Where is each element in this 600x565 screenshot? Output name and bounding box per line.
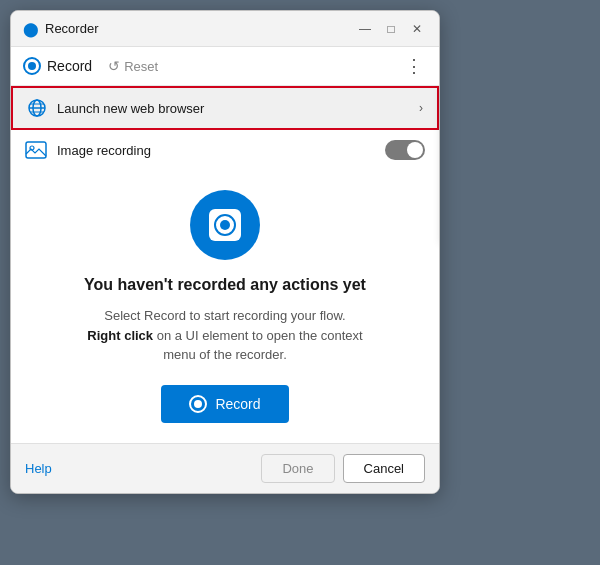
title-bar: ⬤ Recorder — □ ✕: [11, 11, 439, 47]
options-section: Launch new web browser › Mi: [11, 86, 439, 170]
graphic-circle: ✦ ✦: [190, 190, 260, 260]
launch-browser-left: Launch new web browser: [27, 98, 204, 118]
launch-browser-row-wrapper: Launch new web browser › Mi: [11, 86, 439, 130]
globe-icon: [27, 98, 47, 118]
browser-dropdown: Microsoft Edge Chrome: [439, 86, 440, 242]
main-subtext: Select Record to start recording your fl…: [85, 306, 365, 365]
launch-browser-item[interactable]: Launch new web browser ›: [11, 86, 439, 130]
record-dot: [28, 62, 36, 70]
toolbar: Record ↺ Reset ⋮: [11, 47, 439, 86]
image-recording-left: Image recording: [25, 141, 151, 159]
reset-button[interactable]: ↺ Reset: [108, 58, 158, 74]
sparkle-right: ✦: [248, 192, 256, 203]
footer: Help Done Cancel: [11, 443, 439, 493]
image-recording-icon: [25, 141, 47, 159]
cancel-button[interactable]: Cancel: [343, 454, 425, 483]
launch-browser-label: Launch new web browser: [57, 101, 204, 116]
window-icon: ⬤: [23, 21, 39, 37]
sparkle-left: ✦: [194, 192, 202, 203]
maximize-button[interactable]: □: [381, 19, 401, 39]
title-bar-left: ⬤ Recorder: [23, 21, 98, 37]
content-area: Launch new web browser › Mi: [11, 86, 439, 443]
window-title: Recorder: [45, 21, 98, 36]
help-link[interactable]: Help: [25, 461, 52, 476]
subtext-bold: Right click: [87, 328, 153, 343]
main-content: ✦ ✦ You haven't recorded any actions yet…: [11, 170, 439, 443]
record-toolbar-button[interactable]: Record: [23, 57, 92, 75]
done-button[interactable]: Done: [261, 454, 334, 483]
record-btn-icon: [189, 395, 207, 413]
record-label: Record: [47, 58, 92, 74]
record-btn-dot: [194, 400, 202, 408]
recorder-graphic: ✦ ✦: [180, 190, 270, 260]
graphic-dot-ring: [214, 214, 236, 236]
record-action-button[interactable]: Record: [161, 385, 288, 423]
svg-rect-25: [26, 142, 46, 158]
more-options-button[interactable]: ⋮: [401, 55, 427, 77]
footer-buttons: Done Cancel: [261, 454, 425, 483]
record-action-label: Record: [215, 396, 260, 412]
subtext-line1: Select Record to start recording your fl…: [104, 308, 345, 323]
graphic-inner: [209, 209, 241, 241]
toolbar-left: Record ↺ Reset: [23, 57, 158, 75]
record-icon: [23, 57, 41, 75]
chevron-right-icon: ›: [419, 101, 423, 115]
image-recording-item: Image recording: [11, 130, 439, 170]
subtext-line2: on a UI element to open the context menu…: [153, 328, 363, 363]
graphic-dot-center: [220, 220, 230, 230]
reset-icon: ↺: [108, 58, 120, 74]
reset-label: Reset: [124, 59, 158, 74]
toggle-thumb: [407, 142, 423, 158]
close-button[interactable]: ✕: [407, 19, 427, 39]
image-recording-label: Image recording: [57, 143, 151, 158]
recorder-window: ⬤ Recorder — □ ✕ Record ↺ Reset ⋮: [10, 10, 440, 494]
image-recording-toggle[interactable]: [385, 140, 425, 160]
main-headline: You haven't recorded any actions yet: [84, 276, 366, 294]
title-bar-controls: — □ ✕: [355, 19, 427, 39]
minimize-button[interactable]: —: [355, 19, 375, 39]
